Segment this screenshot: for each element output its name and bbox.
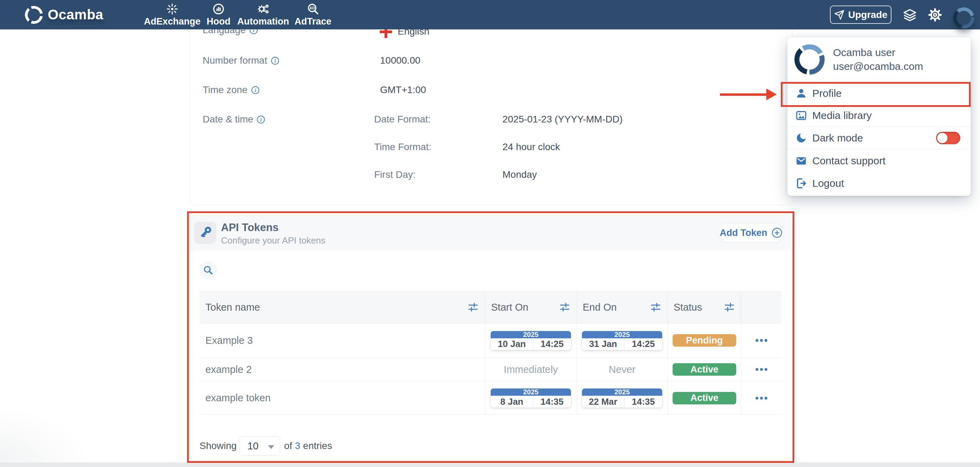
- user-name: Ocamba user: [833, 46, 923, 59]
- svg-text:i: i: [260, 116, 262, 122]
- time-format-label: Time Format:: [374, 142, 431, 153]
- time-zone-value: GMT+1:00: [380, 84, 426, 96]
- svg-text:i: i: [274, 58, 275, 63]
- nav-item-label: Hood: [207, 16, 231, 27]
- logout-icon: [795, 177, 807, 189]
- annotation-arrow: [720, 93, 768, 96]
- nav-item-adtrace[interactable]: AD AdTrace: [296, 0, 330, 29]
- menu-item-label: Logout: [812, 177, 844, 189]
- menu-item-label: Dark mode: [812, 132, 863, 144]
- dark-mode-toggle[interactable]: [936, 132, 960, 144]
- automation-icon: [257, 3, 269, 15]
- avatar-logo-icon: [953, 7, 974, 29]
- user-avatar[interactable]: [953, 7, 974, 29]
- user-email: user@ocamba.com: [833, 59, 923, 73]
- settings-button[interactable]: [928, 7, 943, 22]
- media-library-icon: [795, 110, 807, 121]
- info-icon[interactable]: i: [271, 56, 279, 65]
- menu-item-logout[interactable]: Logout: [788, 172, 970, 194]
- ocamba-logo-icon: [25, 6, 43, 24]
- nav-item-automation[interactable]: Automation: [239, 0, 287, 29]
- nav-item-label: Automation: [237, 16, 289, 27]
- avatar: [794, 44, 825, 75]
- adtrace-icon: AD: [307, 3, 319, 15]
- send-icon: [834, 10, 845, 20]
- menu-item-dark-mode[interactable]: Dark mode: [788, 127, 970, 150]
- annotation-rect-profile: [781, 82, 970, 107]
- main-nav: AdExchange Hood Automation AD AdTrace: [146, 0, 330, 29]
- gear-icon: [928, 8, 942, 22]
- brand-name: Ocamba: [48, 7, 103, 22]
- layers-icon: [903, 8, 917, 22]
- number-format-label: Number format i: [203, 55, 279, 66]
- user-menu: Ocamba user user@ocamba.com Profile Medi…: [788, 37, 970, 196]
- top-navbar: Ocamba AdExchange Hood Automation AD AdT…: [0, 0, 980, 29]
- first-day-value: Monday: [503, 169, 537, 180]
- date-time-label: Date & time i: [203, 114, 265, 125]
- date-format-label: Date Format:: [374, 114, 431, 125]
- svg-text:AD: AD: [310, 6, 315, 10]
- contact-support-icon: [795, 155, 807, 167]
- nav-item-adexchange[interactable]: AdExchange: [146, 0, 198, 29]
- ocamba-logo[interactable]: Ocamba: [25, 0, 103, 29]
- time-format-value: 24 hour clock: [503, 142, 560, 153]
- time-zone-label: Time zone i: [203, 84, 260, 96]
- menu-item-label: Contact support: [812, 155, 886, 167]
- annotation-rect-api-tokens: [187, 211, 794, 463]
- dark-mode-icon: [795, 132, 807, 144]
- upgrade-label: Upgrade: [848, 10, 888, 21]
- menu-item-media-library[interactable]: Media library: [788, 104, 970, 127]
- annotation-arrow-head: [766, 89, 777, 100]
- date-format-value: 2025-01-23 (YYYY-MM-DD): [503, 114, 623, 125]
- layers-button[interactable]: [902, 7, 917, 22]
- first-day-label: First Day:: [374, 169, 416, 180]
- menu-item-label: Media library: [812, 110, 872, 121]
- hood-icon: [212, 3, 225, 15]
- svg-text:i: i: [255, 87, 256, 93]
- info-icon[interactable]: i: [256, 115, 265, 124]
- toggle-knob: [937, 133, 948, 143]
- nav-item-label: AdExchange: [144, 16, 200, 27]
- page-bottom-strip: [0, 462, 980, 467]
- adexchange-icon: [166, 3, 178, 15]
- page-corner-shade: [0, 381, 166, 462]
- menu-item-contact-support[interactable]: Contact support: [788, 150, 970, 172]
- nav-item-label: AdTrace: [294, 16, 332, 27]
- nav-item-hood[interactable]: Hood: [207, 0, 231, 29]
- info-icon[interactable]: i: [251, 86, 260, 94]
- general-settings-card: Language i English Number format i 10000…: [189, 10, 792, 205]
- number-format-value: 10000.00: [380, 55, 420, 66]
- user-menu-header: Ocamba user user@ocamba.com: [788, 37, 970, 82]
- upgrade-button[interactable]: Upgrade: [830, 6, 891, 24]
